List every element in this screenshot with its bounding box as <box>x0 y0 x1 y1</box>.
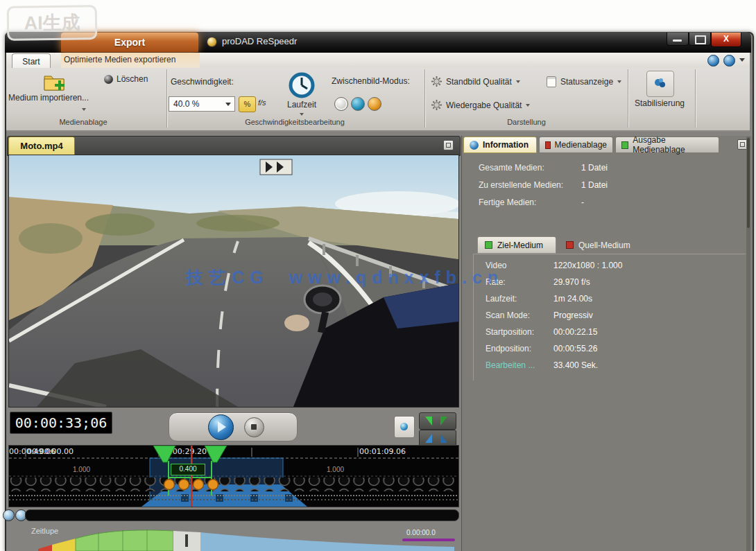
app-icon <box>207 37 217 47</box>
import-folder-icon[interactable] <box>43 72 67 91</box>
import-medium-button[interactable]: Medium importieren... <box>8 93 126 103</box>
group-separator <box>424 69 425 128</box>
detail-value: 33.400 Sek. <box>553 360 598 370</box>
tab-label: Ausgabe Medienablage <box>633 135 713 155</box>
status-page-icon <box>547 76 556 87</box>
timeline-graphics <box>9 446 458 507</box>
clip-panel-header <box>7 136 461 156</box>
detail-value: 00:00:55.26 <box>553 344 597 353</box>
delete-label: Löschen <box>117 74 148 84</box>
scrollbar-thumb[interactable] <box>747 138 750 228</box>
gear-icon <box>431 100 442 110</box>
tab-information[interactable]: Information <box>463 137 537 153</box>
help-icon[interactable] <box>707 55 719 67</box>
tab-ziel-medium[interactable]: Ziel-Medium <box>477 236 556 254</box>
selection-speed-badge: 0.400 <box>171 464 205 475</box>
green-square-icon <box>485 241 492 249</box>
summary-value: - <box>581 198 584 207</box>
clip-tab-moto[interactable]: Moto.mp4 <box>8 137 75 155</box>
info-icon[interactable] <box>723 55 735 67</box>
zeitlupe-readout: 0.00:00.0 <box>406 529 436 536</box>
play-button[interactable] <box>208 414 234 440</box>
stabilisierung-button[interactable] <box>646 71 674 97</box>
stop-button[interactable] <box>244 417 264 437</box>
statusanzeige-button[interactable]: Statusanzeige <box>547 76 621 87</box>
info-panel-scrollbar[interactable] <box>746 137 750 551</box>
tab-label: Medienablage <box>555 140 607 150</box>
laufzeit-clock-icon[interactable] <box>289 72 315 98</box>
zeitlupe-range-bar <box>402 539 455 541</box>
timecode-display: 00:00:33;06 <box>10 412 112 434</box>
tab-ausgabe-medienablage[interactable]: Ausgabe Medienablage <box>615 137 719 153</box>
group-label-medienablage: Medienablage <box>14 118 153 126</box>
stabilisierung-label: Stabilisierung <box>626 98 693 108</box>
wiedergabe-label: Wiedergabe Qualität <box>446 100 522 110</box>
close-button[interactable]: X <box>711 33 741 47</box>
summary-label: Gesamte Medien: <box>479 163 544 173</box>
zwischenbild-modus-label: Zwischenbild-Modus: <box>332 76 410 86</box>
interpolation-mode-optical-button[interactable] <box>368 97 381 111</box>
red-square-icon <box>566 241 574 249</box>
detail-label: Scan Mode: <box>486 311 530 320</box>
timeline-zoom-in-button[interactable] <box>419 412 456 430</box>
summary-value: 1 Datei <box>581 180 608 190</box>
group-separator <box>695 69 696 128</box>
dropdown-arrow-icon <box>516 80 520 83</box>
maximize-icon <box>695 35 706 44</box>
dropdown-arrow-icon <box>526 104 530 107</box>
detail-value: Progressiv <box>553 311 593 320</box>
site-watermark: 技艺CG www.qdnxxfb.cn <box>186 266 630 289</box>
preview-eye-button[interactable] <box>394 416 415 438</box>
wiedergabe-qualitaet-button[interactable]: Wiedergabe Qualität <box>431 100 530 110</box>
detail-label: Startposition: <box>486 327 534 337</box>
timeline-scrollbar[interactable] <box>25 509 459 521</box>
detail-label: Laufzeit: <box>486 294 517 304</box>
delete-button[interactable]: Löschen <box>104 74 148 84</box>
green-square-icon <box>621 141 628 149</box>
window-title: proDAD ReSpeedr <box>222 36 297 46</box>
tab-optimierte-medien[interactable]: Optimierte Medien exportieren <box>64 55 223 64</box>
laufzeit-button[interactable]: Laufzeit <box>277 100 326 110</box>
minimize-button[interactable] <box>667 33 689 46</box>
interpolation-mode-off-button[interactable] <box>334 97 348 111</box>
speed-curve[interactable] <box>5 521 459 551</box>
dropdown-arrow-icon <box>617 80 621 83</box>
dropdown-arrow-icon[interactable] <box>82 108 86 111</box>
timeline-nav-button[interactable] <box>3 509 15 521</box>
statusanzeige-label: Statusanzeige <box>560 77 613 87</box>
information-icon <box>470 141 479 150</box>
detail-label: Endposition: <box>486 344 531 353</box>
maximize-button[interactable] <box>689 33 711 46</box>
speed-combobox[interactable]: 40.0 % <box>169 96 235 112</box>
tab-medienablage[interactable]: Medienablage <box>539 137 613 153</box>
percent-toggle-button[interactable]: % <box>239 96 256 112</box>
fps-unit-label: f/s <box>258 98 266 107</box>
timeline[interactable]: 00:00:00.00 00:00:29.20 00:00:49.06 00:0… <box>8 445 459 507</box>
interpolation-mode-blend-button[interactable] <box>351 97 365 111</box>
detail-label-bearbeiten[interactable]: Bearbeiten ... <box>486 360 535 370</box>
tab-label: Ziel-Medium <box>497 240 543 250</box>
red-square-icon <box>545 141 551 149</box>
stabilisierung-icon <box>653 76 668 91</box>
combo-arrow-icon[interactable] <box>225 103 231 106</box>
gear-icon <box>431 76 442 87</box>
screenshot-stage: Export proDAD ReSpeedr X Start Optimiert… <box>0 0 756 551</box>
detail-value: 1m 24.00s <box>553 294 592 304</box>
ai-generated-badge: AI生成 <box>7 5 98 41</box>
dropdown-arrow-icon[interactable] <box>300 113 304 116</box>
blue-arrow-icon <box>425 434 432 443</box>
group-separator <box>166 69 167 128</box>
green-arrow-icon <box>425 417 432 426</box>
chevron-down-icon[interactable] <box>739 58 745 62</box>
delete-icon <box>104 75 113 84</box>
standbild-label: Standbild Qualität <box>446 77 512 87</box>
tab-start[interactable]: Start <box>12 53 51 69</box>
summary-value: 1 Datei <box>581 163 608 173</box>
standbild-qualitaet-button[interactable]: Standbild Qualität <box>431 76 520 87</box>
minimize-icon <box>673 40 682 42</box>
green-arrow-icon <box>440 417 447 426</box>
clip-panel-maximize-button[interactable] <box>443 140 454 150</box>
tab-label: Quell-Medium <box>578 240 630 250</box>
group-label-geschwindigkeit: Geschwindigkeitsbearbeitung <box>173 118 416 126</box>
tab-quell-medium[interactable]: Quell-Medium <box>559 236 641 254</box>
